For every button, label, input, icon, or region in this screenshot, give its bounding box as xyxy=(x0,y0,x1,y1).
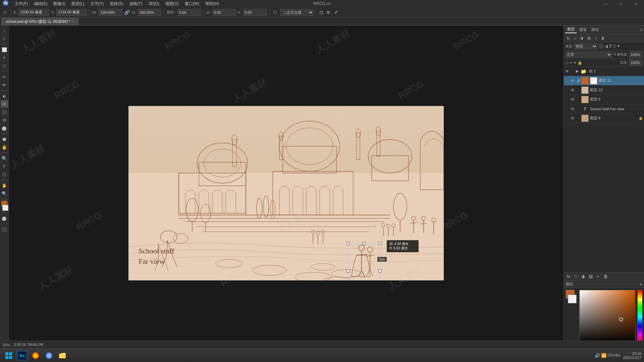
shape-tool[interactable]: ⬡ xyxy=(1,171,8,178)
layer-eye-9[interactable]: 👁 xyxy=(571,97,575,102)
opacity-label: 不透明度: xyxy=(613,52,628,57)
layer-eye-11[interactable]: 👁 xyxy=(571,78,575,83)
text-tool[interactable]: T xyxy=(1,163,8,170)
lock-pixels-icon[interactable]: ✏ xyxy=(570,61,573,65)
y-field[interactable] xyxy=(56,9,87,16)
zoom-tool[interactable]: 🔍 xyxy=(1,190,8,197)
layers-tb-del[interactable]: 🗑 xyxy=(599,36,606,41)
document-tab[interactable]: school.psd @ 50% (图层 11, RGB/8#) * × xyxy=(1,18,78,25)
confirm-button[interactable]: ✓ xyxy=(333,9,339,15)
background-color-swatch[interactable] xyxy=(568,295,577,303)
layers-tb-mask[interactable]: □ xyxy=(572,36,578,41)
x-field[interactable] xyxy=(19,9,49,16)
pen-tool[interactable]: 🔍 xyxy=(1,155,8,162)
filter-smart-icon[interactable]: ✦ xyxy=(617,44,620,49)
interpolation-select[interactable]: 二次方立体 xyxy=(280,9,314,16)
layer-eye-8[interactable]: 👁 xyxy=(571,116,575,121)
layer-eye-text[interactable]: 👁 xyxy=(571,107,575,111)
layer-type-select[interactable]: 类型 xyxy=(574,43,597,49)
menu-filter[interactable]: 滤镜(T) xyxy=(126,0,145,7)
layer-adj-button[interactable]: ◑ xyxy=(579,273,586,280)
h-field[interactable] xyxy=(138,9,161,16)
layer-new-button[interactable]: + xyxy=(595,273,601,280)
dodge-tool[interactable]: 🖐 xyxy=(1,143,8,151)
color-hue-bar[interactable] xyxy=(637,290,642,344)
layer-mask-button[interactable]: □ xyxy=(573,273,579,280)
v-field[interactable] xyxy=(243,9,267,16)
taskbar-explorer-icon[interactable] xyxy=(30,350,42,361)
marquee-tool[interactable]: ⬜ xyxy=(1,46,8,53)
lock-position-icon[interactable]: ✛ xyxy=(574,61,577,65)
gradient-tool[interactable]: ⬣ xyxy=(1,135,8,143)
menu-layer[interactable]: 图层(L) xyxy=(69,0,87,7)
background-color[interactable] xyxy=(2,205,8,211)
menu-text[interactable]: 文字(Y) xyxy=(88,0,106,7)
taskbar-chrome-icon[interactable] xyxy=(43,350,55,361)
eyedropper-tool[interactable]: ✒ xyxy=(1,81,8,88)
menu-help[interactable]: 帮助(H) xyxy=(203,0,222,7)
crop-tool[interactable]: ✂ xyxy=(1,73,8,80)
brush-tool[interactable]: ✏ xyxy=(1,100,8,108)
h2-field[interactable] xyxy=(212,9,236,16)
w-field[interactable] xyxy=(99,9,122,16)
clone-tool[interactable]: ⬛ xyxy=(1,108,8,116)
layer-item-layer11[interactable]: 👁 🔗 图层 11 xyxy=(564,76,644,85)
panel-options-icon[interactable]: ≡ xyxy=(640,27,643,33)
panel-tab-channels[interactable]: 通道 xyxy=(577,26,589,33)
screen-mode-tool[interactable]: ⬛ xyxy=(1,226,8,233)
menu-image[interactable]: 图像(I) xyxy=(51,0,68,7)
opacity-field[interactable] xyxy=(629,52,643,58)
filter-adj-icon[interactable]: ◑ xyxy=(605,44,608,49)
eraser-tool[interactable]: ⬤ xyxy=(1,124,8,132)
history-tool[interactable]: ⟲ xyxy=(1,116,8,124)
taskbar-folder-icon[interactable] xyxy=(56,350,68,361)
color-panel-title: 颜色 xyxy=(566,282,573,287)
menu-view[interactable]: 视图(V) xyxy=(163,0,181,7)
menu-3d[interactable]: 3D(D) xyxy=(146,1,162,7)
layers-tb-new[interactable]: + xyxy=(593,36,598,41)
fill-field[interactable] xyxy=(629,60,643,66)
layer-eye-group1[interactable]: 👁 xyxy=(565,69,570,74)
close-button[interactable]: × xyxy=(629,0,644,7)
layer-group-button[interactable]: ▤ xyxy=(587,273,594,280)
layer-eye-10[interactable]: 👁 xyxy=(571,88,575,93)
lasso-tool[interactable]: ⌖ xyxy=(1,54,8,61)
lock-transparent-icon[interactable]: ⬡ xyxy=(565,61,569,65)
color-panel-options[interactable]: ≡ xyxy=(640,282,642,286)
layer-item-text1[interactable]: 👁 T School stuff Far view xyxy=(564,104,644,114)
filter-text-icon[interactable]: T xyxy=(609,44,611,49)
layers-tb-group[interactable]: ▤ xyxy=(586,35,592,41)
layer-item-group1[interactable]: 👁 ▶ 📁 组 1 xyxy=(564,67,644,76)
panel-tab-paths[interactable]: 路径 xyxy=(589,26,601,33)
quick-mask-tool[interactable]: ⬤ xyxy=(1,215,8,222)
layer-item-layer8[interactable]: 👁 图层 8 🔒 xyxy=(564,114,644,123)
layer-delete-button[interactable]: 🗑 xyxy=(602,273,609,280)
artboard-tool[interactable]: ⊹ xyxy=(1,35,8,42)
menu-window[interactable]: 窗口(W) xyxy=(182,0,202,7)
lock-all-icon[interactable]: 🔒 xyxy=(578,61,582,65)
layer-item-layer9[interactable]: 👁 图层 9 xyxy=(564,95,644,104)
sketch-canvas[interactable]: W: 4.34 厘米 H: 6.82 厘米 Shin School stuff … xyxy=(128,106,444,280)
healing-tool[interactable]: ⬖ xyxy=(1,92,8,100)
layer-fx-button[interactable]: fx xyxy=(565,273,572,280)
filter-pixel-icon[interactable]: ⬛ xyxy=(599,44,604,49)
layers-tb-adj[interactable]: ◑ xyxy=(578,35,585,41)
rotate-field[interactable] xyxy=(177,9,201,16)
maximize-button[interactable]: □ xyxy=(613,0,629,7)
blend-mode-select[interactable]: 正常 xyxy=(565,52,612,58)
layers-tb-fx[interactable]: fx xyxy=(565,36,572,41)
minimize-button[interactable]: — xyxy=(598,0,613,7)
layer-item-layer10[interactable]: 👁 图层 10 xyxy=(564,85,644,95)
menu-select[interactable]: 选择(S) xyxy=(107,0,126,7)
filter-shape-icon[interactable]: ⬡ xyxy=(612,44,616,49)
panel-tab-layers[interactable]: 图层 xyxy=(565,26,577,33)
object-select-tool[interactable]: ⬡ xyxy=(1,62,8,69)
hand-tool[interactable]: ✋ xyxy=(1,182,8,189)
color-spectrum[interactable] xyxy=(579,290,635,344)
taskbar-ps-icon[interactable]: Ps xyxy=(16,350,28,361)
tab-close-button[interactable]: × xyxy=(72,20,74,23)
menu-file[interactable]: 文件(F) xyxy=(12,0,31,7)
move-tool[interactable]: ↕ xyxy=(1,27,8,34)
start-button[interactable] xyxy=(3,350,15,361)
menu-edit[interactable]: 编辑(E) xyxy=(31,0,50,7)
